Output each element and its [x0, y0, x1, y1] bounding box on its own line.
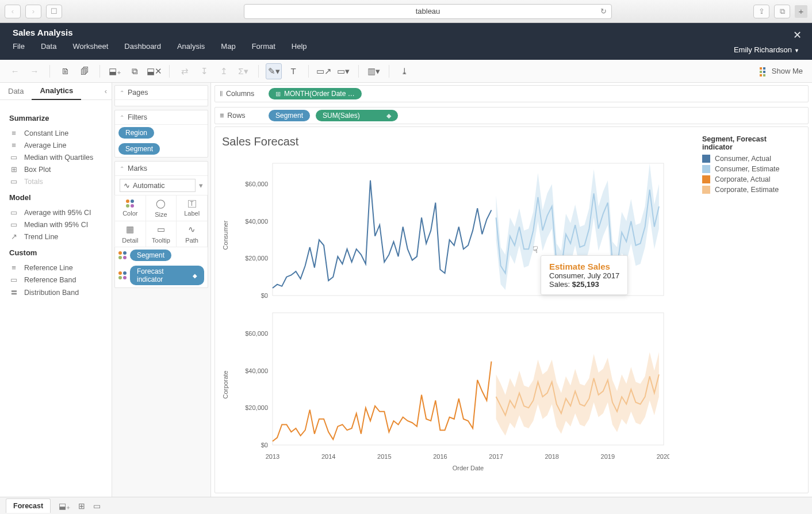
- bars-icon: ≡: [9, 263, 18, 272]
- chevron-icon: ⌃: [120, 114, 124, 121]
- filters-card[interactable]: ⌃Filters Region Segment: [114, 110, 208, 158]
- columns-shelf[interactable]: ⦀Columns ⊞MONTH(Order Date …: [215, 85, 809, 102]
- menu-worksheet[interactable]: Worksheet: [72, 42, 108, 51]
- tooltip-icon: ▭: [157, 224, 165, 235]
- sort-asc-button[interactable]: ↧: [196, 63, 212, 79]
- sheet-tab-forecast[interactable]: Forecast: [6, 498, 51, 513]
- menu-analysis[interactable]: Analysis: [177, 42, 205, 51]
- item-median-quartiles[interactable]: ▭Median with Quartiles: [9, 151, 102, 163]
- save-button[interactable]: 🗎: [57, 63, 73, 79]
- swatch: [702, 155, 710, 163]
- show-me-icon: [759, 67, 768, 76]
- rows-pill-segment[interactable]: Segment: [269, 110, 310, 121]
- new-data-button[interactable]: 🗐: [76, 63, 93, 79]
- legend-item[interactable]: Corporate, Estimate: [702, 186, 799, 194]
- download-button[interactable]: ⤓: [396, 63, 412, 79]
- view-cards-button[interactable]: ▥▾: [366, 63, 382, 79]
- workbook-title: Sales Analysis: [0, 23, 812, 37]
- marks-path[interactable]: ∿Path: [176, 221, 208, 247]
- swap-button[interactable]: ⇄: [177, 63, 193, 79]
- fit-button[interactable]: ▭▾: [335, 63, 351, 79]
- new-sheet-button[interactable]: ⬓₊: [107, 63, 123, 79]
- tooltip-title: Estimate Sales: [549, 262, 619, 271]
- svg-text:2014: 2014: [321, 453, 335, 460]
- legend-item[interactable]: Corporate, Actual: [702, 175, 799, 183]
- new-tab-button[interactable]: +: [795, 5, 807, 18]
- item-constant-line[interactable]: ≡Constant Line: [9, 127, 102, 139]
- refresh-icon[interactable]: ↻: [600, 7, 607, 16]
- marks-label[interactable]: TLabel: [176, 195, 208, 221]
- tab-data[interactable]: Data: [0, 83, 32, 99]
- share-button[interactable]: ⇪: [753, 5, 769, 18]
- item-median-ci[interactable]: ▭Median with 95% CI: [9, 218, 102, 231]
- clear-sheet-button[interactable]: ⬓✕: [146, 63, 162, 79]
- new-story-icon[interactable]: ▭: [93, 501, 101, 511]
- new-dashboard-icon[interactable]: ⊞: [78, 501, 85, 511]
- address-bar[interactable]: tableau ↻: [244, 4, 612, 19]
- section-custom: Custom: [9, 248, 102, 257]
- copy-button[interactable]: ⧉: [127, 63, 143, 79]
- chart-canvas[interactable]: $0$20,000$40,000$60,000Consumer$0$20,000…: [221, 152, 669, 474]
- pages-card[interactable]: ⌃Pages: [114, 85, 208, 106]
- item-average-line[interactable]: ≡Average Line: [9, 139, 102, 151]
- legend[interactable]: Segment, Forecast indicator Consumer, Ac…: [699, 135, 802, 488]
- close-icon[interactable]: ✕: [793, 29, 802, 41]
- marks-type-select[interactable]: ∿Automatic▾: [115, 176, 208, 195]
- sort-desc-button[interactable]: ↥: [216, 63, 232, 79]
- color-icon: [118, 271, 127, 279]
- tooltip: Estimate Sales Consumer, July 2017 Sales…: [541, 255, 628, 295]
- presentation-button[interactable]: ▭↗: [316, 63, 332, 79]
- band-icon: ▭: [9, 220, 18, 229]
- item-avg-ci[interactable]: ▭Average with 95% CI: [9, 206, 102, 218]
- item-box-plot[interactable]: ⊞Box Plot: [9, 163, 102, 175]
- sidebar-toggle-button[interactable]: ☐: [46, 5, 62, 18]
- menu-map[interactable]: Map: [221, 42, 235, 51]
- highlight-button[interactable]: ✎▾: [266, 63, 282, 79]
- marks-color[interactable]: Color: [114, 195, 146, 221]
- menu-format[interactable]: Format: [252, 42, 275, 51]
- app-toolbar: ← → 🗎 🗐 ⬓₊ ⧉ ⬓✕ ⇄ ↧ ↥ Σ▾ ✎▾ T ▭↗ ▭▾ ▥▾ ⤓…: [0, 60, 812, 83]
- totals-button[interactable]: Σ▾: [235, 63, 251, 79]
- filter-pill-segment[interactable]: Segment: [118, 143, 160, 155]
- undo-button[interactable]: ←: [7, 63, 23, 79]
- columns-pill-month[interactable]: ⊞MONTH(Order Date …: [269, 88, 362, 99]
- show-me-button[interactable]: Show Me: [759, 67, 803, 76]
- menu-data[interactable]: Data: [41, 42, 56, 51]
- legend-item[interactable]: Consumer, Estimate: [702, 165, 799, 173]
- forecast-badge-icon: ◆: [193, 273, 197, 279]
- tabs-button[interactable]: ⧉: [774, 5, 790, 18]
- chevron-down-icon: ▾: [199, 181, 203, 190]
- menu-dashboard[interactable]: Dashboard: [124, 42, 161, 51]
- rows-shelf[interactable]: ≡Rows Segment SUM(Sales)◆: [215, 107, 809, 124]
- detail-icon: ▦: [126, 224, 134, 235]
- marks-size[interactable]: ◯Size: [145, 195, 177, 221]
- svg-text:$60,000: $60,000: [245, 330, 268, 337]
- encoding-segment[interactable]: Segment: [115, 247, 208, 263]
- menu-file[interactable]: File: [13, 42, 25, 51]
- menu-help[interactable]: Help: [292, 42, 307, 51]
- labels-button[interactable]: T: [285, 63, 301, 79]
- legend-item[interactable]: Consumer, Actual: [702, 155, 799, 163]
- item-dist-band[interactable]: 〓Distribution Band: [9, 286, 102, 300]
- section-summarize: Summarize: [9, 114, 102, 122]
- tab-analytics[interactable]: Analytics: [32, 82, 81, 100]
- marks-tooltip[interactable]: ▭Tooltip: [145, 221, 177, 247]
- new-worksheet-icon[interactable]: ⬓₊: [59, 501, 70, 511]
- boxplot-icon: ⊞: [9, 165, 18, 174]
- rows-pill-sales[interactable]: SUM(Sales)◆: [316, 110, 398, 121]
- forward-button[interactable]: ›: [25, 5, 41, 18]
- color-icon: [118, 251, 127, 259]
- encoding-forecast[interactable]: Forecast indicator◆: [115, 263, 208, 287]
- user-menu[interactable]: Emily Richardson▼: [734, 45, 799, 54]
- svg-text:2015: 2015: [377, 453, 391, 460]
- item-ref-line[interactable]: ≡Reference Line: [9, 262, 102, 274]
- item-trend-line[interactable]: ↗Trend Line: [9, 231, 102, 243]
- redo-button[interactable]: →: [26, 63, 43, 79]
- svg-text:Consumer: Consumer: [222, 220, 229, 250]
- marks-detail[interactable]: ▦Detail: [114, 221, 146, 247]
- legend-title: Segment, Forecast indicator: [702, 135, 799, 151]
- back-button[interactable]: ‹: [5, 5, 21, 18]
- collapse-panel-icon[interactable]: ‹: [100, 87, 112, 95]
- filter-pill-region[interactable]: Region: [118, 127, 154, 139]
- item-ref-band[interactable]: ▭Reference Band: [9, 274, 102, 286]
